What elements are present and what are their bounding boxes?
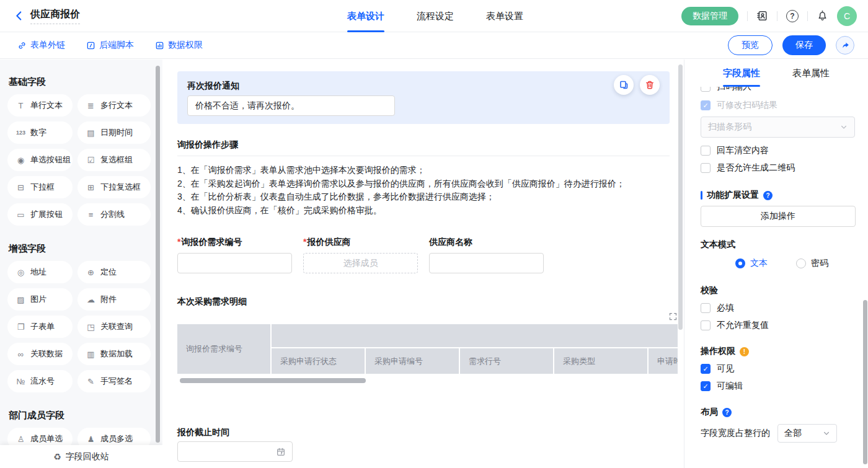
palette-item-单行文本[interactable]: T单行文本 xyxy=(7,94,73,117)
validation-option-不允许重复值: 不允许重复值 xyxy=(701,320,855,331)
page-title[interactable]: 供应商报价 xyxy=(30,8,80,24)
field-width-row: 字段宽度占整行的 全部 xyxy=(701,424,855,443)
deadline-date-input[interactable] xyxy=(177,441,293,462)
palette-item-地址[interactable]: ◎地址 xyxy=(7,261,73,283)
back-button[interactable] xyxy=(14,11,24,21)
panel-tab-表单属性[interactable]: 表单属性 xyxy=(792,60,830,87)
notifications-button[interactable] xyxy=(817,10,828,22)
table-expand-button[interactable] xyxy=(668,312,678,321)
backend-script-button[interactable]: 后端脚本 xyxy=(86,40,134,51)
palette-item-多行文本[interactable]: ≣多行文本 xyxy=(78,94,151,117)
panel-tab-字段属性[interactable]: 字段属性 xyxy=(723,60,760,87)
steps-text: 1、在「询报价需求」表单从需求池中选择本次要询报价的需求；2、在「采购发起询价」… xyxy=(177,164,655,217)
palette-item-附件[interactable]: ☁附件 xyxy=(78,288,151,311)
extension-section-header: 功能扩展设置 xyxy=(701,190,855,201)
panel-scrollbar[interactable] xyxy=(863,300,867,464)
validation-title: 校验 xyxy=(701,285,855,296)
scan-type-select[interactable]: 扫描条形码 xyxy=(701,117,855,138)
delete-field-button[interactable] xyxy=(640,75,660,95)
form-field-询报价需求编号: *询报价需求编号 xyxy=(177,237,292,273)
data-permission-button[interactable]: 数据权限 xyxy=(155,40,203,51)
notice-input[interactable]: 价格不合适，请再次报价。 xyxy=(187,95,395,116)
field-type-icon: ▨ xyxy=(16,296,26,304)
palette-item-日期时间[interactable]: ▤日期时间 xyxy=(78,121,151,144)
external-link-label: 表单外链 xyxy=(30,40,65,51)
palette-item-单选按钮组[interactable]: ◉单选按钮组 xyxy=(7,149,73,171)
palette-item-手写签名[interactable]: ✎手写签名 xyxy=(78,370,151,392)
field-type-icon: ⊕ xyxy=(86,268,96,276)
validation-checkbox[interactable] xyxy=(701,320,711,330)
palette-item-label: 子表单 xyxy=(30,321,55,332)
field-recycle-bin[interactable]: ♻ 字段回收站 xyxy=(0,445,162,468)
save-button[interactable]: 保存 xyxy=(782,35,826,55)
data-manage-button[interactable]: 数据管理 xyxy=(681,7,738,25)
canvas-scrollbar[interactable] xyxy=(678,64,683,330)
property-panel: 字段属性表单属性 扫码输入 可修改扫码结果 扫描条形码 回车清空内容 是否允许生… xyxy=(684,60,868,468)
palette-item-label: 图片 xyxy=(30,294,46,305)
header-tabs: 表单设计流程设定表单设置 xyxy=(347,0,523,32)
field-palette: 基础字段T单行文本≣多行文本123数字▤日期时间◉单选按钮组☑复选框组⊟下拉框⊞… xyxy=(0,60,162,468)
text-mode-option-密码[interactable]: 密码 xyxy=(796,258,828,269)
palette-item-下拉框[interactable]: ⊟下拉框 xyxy=(7,176,73,198)
palette-item-扩展按钮[interactable]: ▭扩展按钮 xyxy=(7,203,73,226)
preview-button[interactable]: 预览 xyxy=(728,35,773,55)
palette-item-数字[interactable]: 123数字 xyxy=(7,121,73,144)
permission-checkbox[interactable] xyxy=(701,381,711,391)
extension-help-icon[interactable] xyxy=(763,191,773,200)
header-tab-流程设定[interactable]: 流程设定 xyxy=(417,0,454,32)
external-link-button[interactable]: 表单外链 xyxy=(17,40,65,51)
palette-item-关联数据[interactable]: ∞关联数据 xyxy=(7,343,73,365)
field-type-icon: ⊞ xyxy=(86,183,96,192)
trash-icon xyxy=(645,80,655,90)
text-input[interactable] xyxy=(429,253,544,273)
palette-item-复选框组[interactable]: ☑复选框组 xyxy=(78,149,151,171)
allow-qrcode-checkbox[interactable] xyxy=(701,163,711,173)
palette-item-关联查询[interactable]: ◳关联查询 xyxy=(78,316,151,338)
palette-item-label: 分割线 xyxy=(100,209,125,220)
share-icon xyxy=(841,41,850,50)
field-width-select[interactable]: 全部 xyxy=(777,424,837,443)
address-book-button[interactable] xyxy=(756,10,768,22)
field-type-icon: ∞ xyxy=(16,350,26,358)
text-input[interactable] xyxy=(177,253,292,273)
palette-item-label: 成员多选 xyxy=(100,433,133,444)
header-tab-表单设置[interactable]: 表单设置 xyxy=(486,0,523,32)
user-avatar[interactable]: C xyxy=(837,6,857,26)
share-button[interactable] xyxy=(836,36,854,55)
palette-item-label: 下拉复选框 xyxy=(100,182,141,193)
scan-input-checkbox[interactable] xyxy=(701,87,711,92)
palette-item-label: 成员单选 xyxy=(30,433,63,444)
field-type-icon: ⊟ xyxy=(16,183,26,192)
palette-item-分割线[interactable]: ≡分割线 xyxy=(78,203,151,226)
modify-scan-result-checkbox[interactable] xyxy=(701,100,711,110)
palette-item-子表单[interactable]: ❐子表单 xyxy=(7,316,73,338)
text-mode-option-文本[interactable]: 文本 xyxy=(735,258,768,269)
header-tab-表单设计[interactable]: 表单设计 xyxy=(347,0,384,32)
field-type-icon: № xyxy=(16,377,26,386)
validation-checkbox[interactable] xyxy=(701,303,711,313)
palette-item-流水号[interactable]: №流水号 xyxy=(7,370,73,392)
permission-checkbox[interactable] xyxy=(701,364,711,374)
selected-field-notice[interactable]: 再次报价通知 价格不合适，请再次报价。 xyxy=(177,71,670,124)
field-type-icon: 123 xyxy=(16,130,26,136)
field-type-icon: ✎ xyxy=(86,377,96,386)
palette-item-数据加载[interactable]: ▥数据加载 xyxy=(78,343,151,365)
add-action-button[interactable]: 添加操作 xyxy=(701,206,856,227)
clear-on-enter-checkbox[interactable] xyxy=(701,146,711,156)
radio-label: 文本 xyxy=(750,258,768,269)
permission-warning-icon[interactable] xyxy=(740,347,749,356)
member-picker[interactable]: 选择成员 xyxy=(303,253,418,273)
help-button[interactable] xyxy=(786,10,799,22)
layout-help-icon[interactable] xyxy=(722,408,732,417)
palette-item-定位[interactable]: ⊕定位 xyxy=(78,261,151,283)
table-horizontal-scrollbar[interactable] xyxy=(180,378,366,383)
palette-item-下拉复选框[interactable]: ⊞下拉复选框 xyxy=(78,176,151,198)
back-icon xyxy=(14,11,24,21)
copy-field-button[interactable] xyxy=(614,75,634,95)
data-permission-icon xyxy=(155,41,164,50)
sidebar-scrollbar[interactable] xyxy=(156,66,160,443)
app-window: 供应商报价 表单设计流程设定表单设置 数据管理 C xyxy=(0,0,868,468)
field-type-icon: ☑ xyxy=(86,156,96,164)
palette-item-图片[interactable]: ▨图片 xyxy=(7,288,73,311)
top-header: 供应商报价 表单设计流程设定表单设置 数据管理 C xyxy=(0,0,868,32)
